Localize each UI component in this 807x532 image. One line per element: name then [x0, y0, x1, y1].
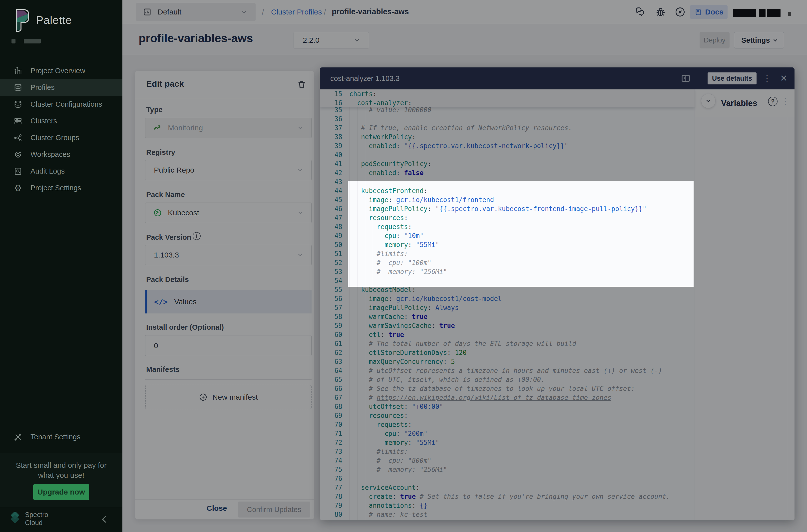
variables-panel: Variables ? ⋮	[695, 90, 794, 520]
pack-name-select[interactable]: Kubecost	[145, 203, 312, 223]
close-editor-icon[interactable]: ×	[780, 71, 787, 86]
line-number: 49	[320, 232, 349, 240]
line-number: 78	[320, 493, 349, 500]
docs-label: Docs	[705, 8, 723, 16]
editor-header: cost-analyzer 1.103.3 Use defaults ⋮ ×	[320, 68, 794, 90]
edit-pack-title: Edit pack	[146, 79, 184, 89]
profile-version-select[interactable]: 2.2.0	[294, 32, 369, 49]
sidebar-item-project-overview[interactable]: Project Overview	[0, 62, 123, 79]
sidebar: Palette Project OverviewProfilesCluster …	[0, 0, 123, 532]
pack-name-value: Kubecost	[168, 209, 199, 217]
kubecost-icon	[153, 208, 163, 217]
type-select: Monitoring	[145, 118, 312, 138]
code-line-16: 16 cost-analyzer:	[320, 98, 695, 108]
upgrade-now-button[interactable]: Upgrade now	[33, 484, 89, 500]
plus-circle-icon	[199, 393, 207, 401]
code-line-64: 64 # utcOffset represents a timezone in …	[320, 366, 695, 375]
line-number: 73	[320, 448, 349, 455]
code-line-57: 57 imagePullPolicy: Always	[320, 303, 695, 312]
code-line-51: 51 #limits:	[320, 249, 695, 258]
line-number: 70	[320, 421, 349, 428]
layers-icon	[13, 83, 23, 92]
code-line-40: 40	[320, 150, 695, 159]
line-number: 61	[320, 340, 349, 347]
use-defaults-button[interactable]: Use defaults	[708, 72, 756, 84]
line-number: 59	[320, 322, 349, 329]
compass-help-icon[interactable]	[675, 6, 686, 18]
line-number: 47	[320, 214, 349, 222]
profile-version-value: 2.2.0	[303, 36, 320, 44]
feedback-chat-icon[interactable]	[635, 6, 645, 18]
project-selector[interactable]: Default	[136, 3, 256, 21]
code-line-42: 42 enabled: false	[320, 168, 695, 177]
registry-select[interactable]: Public Repo	[145, 160, 312, 180]
line-number: 16	[320, 99, 349, 107]
line-number: 15	[320, 90, 349, 98]
line-number: 53	[320, 268, 349, 276]
line-number: 45	[320, 196, 349, 204]
new-manifest-button[interactable]: New manifest	[145, 385, 312, 410]
bug-report-icon[interactable]	[655, 6, 666, 18]
editor-menu-icon[interactable]: ⋮	[763, 73, 771, 84]
gear-icon: ⚙	[13, 184, 23, 193]
code-line-50: 50 memory: "55Mi"	[320, 240, 695, 249]
info-icon[interactable]: i	[193, 232, 201, 240]
sidebar-item-tenant-settings[interactable]: Tenant Settings	[0, 429, 123, 445]
sidebar-item-workspaces[interactable]: Workspaces	[0, 146, 123, 163]
breadcrumb-separator: /	[324, 7, 326, 17]
edit-pack-panel: Edit pack Type Monitoring Registry Publi…	[135, 71, 314, 519]
manifests-label: Manifests	[146, 365, 180, 374]
footer-brand-name: Spectro Cloud	[25, 511, 48, 527]
code-line-43: 43	[320, 177, 695, 186]
code-line-41: 41 podSecurityPolicy:	[320, 159, 695, 168]
close-button[interactable]: Close	[207, 504, 227, 513]
sidebar-item-profiles[interactable]: Profiles	[0, 79, 123, 96]
line-number: 41	[320, 160, 349, 168]
pack-details-values-tab[interactable]: </> Values	[145, 290, 312, 314]
pack-version-select[interactable]: 1.103.3	[145, 245, 312, 265]
variables-help-icon[interactable]: ?	[768, 97, 777, 106]
page-header: profile-variables-aws 2.2.0 Deploy Setti…	[123, 24, 807, 55]
install-order-input[interactable]	[145, 335, 312, 356]
line-number: 50	[320, 241, 349, 248]
code-line-73: 73 #limits:	[320, 447, 695, 456]
sidebar-item-label: Cluster Configurations	[31, 100, 102, 108]
variables-menu-icon[interactable]: ⋮	[781, 96, 789, 106]
chevron-down-icon	[298, 210, 303, 214]
breadcrumb-current: profile-variables-aws	[332, 7, 409, 16]
nodes-icon	[13, 133, 23, 142]
sidebar-item-cluster-groups[interactable]: Cluster Groups	[0, 129, 123, 146]
sidebar-item-label: Project Overview	[31, 67, 85, 75]
brand-name: Palette	[36, 14, 72, 26]
split-view-icon[interactable]	[681, 73, 691, 84]
code-line-52: 52 # cpu: "100m"	[320, 258, 695, 267]
confirm-updates-button[interactable]: Confirm Updates	[238, 501, 310, 517]
code-line-36: 36	[320, 114, 695, 124]
delete-pack-icon[interactable]	[297, 79, 306, 90]
code-area[interactable]: 35 # value: 10000003637 # If true, enabl…	[320, 90, 695, 520]
sidebar-item-clusters[interactable]: Clusters	[0, 113, 123, 129]
sidebar-item-cluster-configurations[interactable]: Cluster Configurations	[0, 96, 123, 113]
code-line-44: 44 kubecostFrontend:	[320, 186, 695, 195]
promo-text: Start small and only pay for what you us…	[14, 460, 109, 480]
code-line-65: 65 # of UTC, itself, which is defined as…	[320, 375, 695, 384]
registry-value: Public Repo	[154, 166, 194, 174]
settings-button[interactable]: Settings	[734, 32, 784, 49]
code-line-67: 67 # https://en.wikipedia.org/wiki/List_…	[320, 393, 695, 402]
project-scope-icon	[143, 7, 152, 17]
line-number: 69	[320, 412, 349, 419]
breadcrumb-cluster-profiles[interactable]: Cluster Profiles	[271, 8, 322, 16]
line-number: 54	[320, 277, 349, 284]
variables-collapse-button[interactable]	[701, 94, 716, 108]
deploy-button[interactable]: Deploy	[699, 32, 730, 49]
sidebar-item-audit-logs[interactable]: Audit Logs	[0, 163, 123, 179]
sidebar-item-project-settings[interactable]: ⚙Project Settings	[0, 179, 123, 196]
collapse-sidebar-icon[interactable]	[102, 516, 109, 523]
tools-icon	[13, 433, 23, 442]
variables-panel-header: Variables ? ⋮	[695, 90, 794, 117]
sidebar-item-label: Project Settings	[31, 184, 81, 192]
code-line-78: 78 create: true # Set this to false if y…	[320, 492, 695, 501]
line-number: 76	[320, 475, 349, 482]
docs-button[interactable]: Docs	[690, 5, 728, 19]
code-lines: 35 # value: 10000003637 # If true, enabl…	[320, 106, 695, 519]
